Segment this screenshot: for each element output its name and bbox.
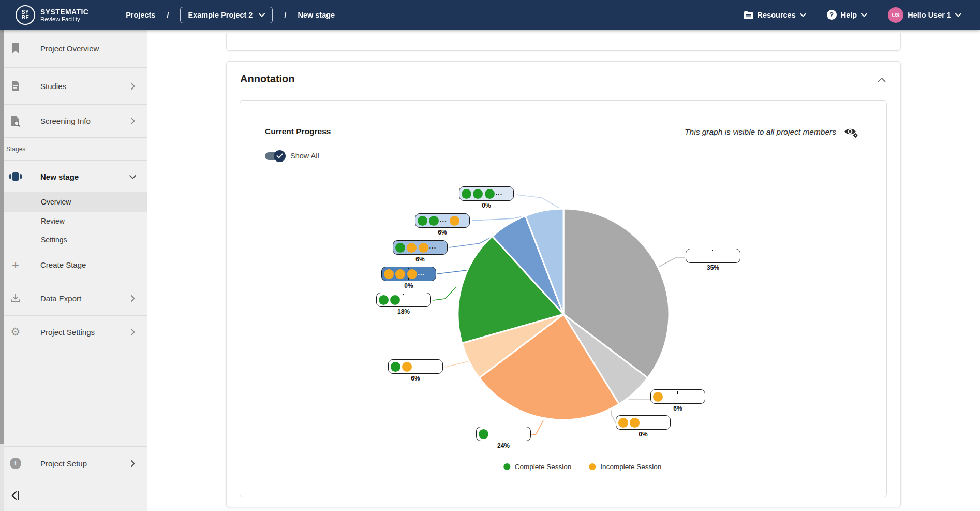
legend-label: Complete Session: [515, 463, 572, 471]
project-selector-dropdown[interactable]: Example Project 2: [180, 7, 273, 23]
download-icon: [9, 293, 22, 303]
slice-percent-label: 6%: [393, 256, 448, 263]
sidebar-item-label: Project Setup: [40, 459, 87, 468]
sidebar-subitem-overview[interactable]: Overview: [0, 192, 147, 212]
slice-percent-label: 6%: [415, 229, 470, 236]
incomplete-session-dot: [618, 418, 628, 428]
sidebar-item-studies[interactable]: Studies: [0, 68, 147, 104]
session-callout-medium-blue: ...: [393, 240, 448, 255]
more-sessions-ellipsis: ...: [418, 269, 425, 276]
sidebar-item-new-stage[interactable]: New stage: [0, 161, 147, 192]
incomplete-session-dot: [419, 243, 428, 253]
legend-dot: [589, 463, 596, 470]
complete-session-dot: [395, 243, 405, 253]
complete-session-dot: [429, 216, 439, 226]
sidebar-scrollbar-thumb[interactable]: [0, 30, 4, 444]
chevron-down-icon: [955, 13, 961, 17]
sidebar-item-label: Project Overview: [40, 44, 99, 53]
stage-columns-icon: [9, 172, 22, 181]
sidebar-item-data-export[interactable]: Data Export: [0, 281, 147, 315]
complete-session-dot: [462, 189, 471, 199]
complete-session-dot: [485, 189, 495, 199]
callout-divider-line: [503, 428, 503, 440]
breadcrumb-stage-label: New stage: [298, 11, 335, 19]
incomplete-session-dot: [407, 269, 417, 279]
pie-chart-svg: [240, 101, 887, 498]
slice-percent-label: 0%: [459, 202, 514, 209]
folder-icon: [744, 11, 753, 19]
sidebar-item-project-settings[interactable]: ⚙ Project Settings: [0, 316, 147, 348]
slice-percent-label: 18%: [376, 308, 431, 315]
more-sessions-ellipsis: ...: [429, 242, 437, 250]
legend-item: Incomplete Session: [589, 463, 661, 471]
callout-divider-line: [415, 361, 415, 372]
incomplete-session-dot: [450, 216, 459, 226]
current-progress-card: Current Progress This graph is visible t…: [240, 100, 887, 497]
stages-section-label: Stages: [0, 138, 147, 160]
annotation-header: Annotation: [227, 62, 900, 100]
logo-title: SYSTEMATIC: [40, 8, 88, 16]
chevron-right-icon: [130, 295, 135, 302]
projects-link[interactable]: Projects: [126, 11, 155, 19]
complete-session-dot: [391, 362, 400, 372]
leader-line-gray: [659, 257, 685, 267]
incomplete-session-dot: [407, 243, 417, 253]
app-logo[interactable]: SY RF SYSTEMATIC Review Facility: [16, 5, 88, 25]
sidebar-item-project-setup[interactable]: i Project Setup: [0, 447, 147, 480]
help-menu[interactable]: ? Help: [827, 10, 867, 20]
callout-divider-line: [677, 391, 678, 402]
complete-session-dot: [473, 189, 483, 199]
incomplete-session-dot: [384, 269, 394, 279]
complete-session-dot: [418, 216, 427, 226]
callout-divider-line: [403, 294, 404, 305]
sidebar-item-label: Create Stage: [40, 260, 86, 269]
sidebar: Project Overview Studies Screening Info …: [0, 30, 147, 511]
main-content: Annotation Current Progress This graph i…: [147, 30, 980, 511]
legend-dot: [503, 463, 510, 470]
incomplete-session-dot: [395, 269, 405, 279]
session-callout-lightest-blue: ...: [459, 186, 514, 201]
chevron-down-icon: [861, 13, 867, 17]
user-menu[interactable]: US Hello User 1: [888, 7, 961, 23]
resources-menu[interactable]: Resources: [744, 11, 806, 19]
resources-label: Resources: [758, 11, 796, 19]
info-icon: i: [9, 458, 22, 469]
chevron-right-icon: [130, 82, 135, 90]
sidebar-item-label: Studies: [40, 82, 66, 91]
leader-line-lightest-blue: [516, 195, 561, 209]
gear-icon: ⚙: [9, 326, 22, 338]
sidebar-scrollbar[interactable]: [0, 30, 4, 511]
legend-item: Complete Session: [503, 463, 572, 471]
session-callout-light-orange: [388, 359, 443, 374]
session-callout-orange: [476, 427, 531, 441]
slice-percent-label: 6%: [388, 375, 443, 382]
slice-percent-label: 0%: [616, 431, 671, 438]
document-icon: [9, 80, 22, 92]
sidebar-item-screening-info[interactable]: Screening Info: [0, 105, 147, 137]
user-greeting: Hello User 1: [908, 11, 951, 19]
complete-session-dot: [479, 429, 488, 439]
slice-percent-label: 35%: [686, 264, 740, 271]
session-callout-green: [376, 293, 431, 307]
logo-monogram-bottom: RF: [22, 15, 29, 20]
chevron-right-icon: [130, 328, 135, 336]
sidebar-item-project-overview[interactable]: Project Overview: [0, 30, 147, 67]
sidebar-item-create-stage[interactable]: + Create Stage: [0, 249, 147, 281]
user-avatar: US: [888, 7, 903, 23]
leader-line-light-orange: [445, 361, 471, 367]
chevron-down-icon: [130, 173, 135, 181]
annotation-section-card: Annotation Current Progress This graph i…: [226, 61, 901, 507]
session-callout-gray: [686, 249, 740, 263]
sidebar-subitem-review[interactable]: Review: [0, 212, 147, 230]
collapse-section-icon[interactable]: [878, 75, 886, 84]
more-sessions-ellipsis: ...: [496, 188, 503, 196]
chevron-down-icon: [259, 13, 265, 17]
leader-line-green: [433, 287, 456, 300]
breadcrumb-separator: /: [284, 11, 286, 19]
collapse-sidebar-icon[interactable]: [10, 490, 21, 501]
sidebar-collapse-row: [0, 480, 147, 511]
sidebar-subitem-settings[interactable]: Settings: [0, 230, 147, 249]
sidebar-item-label: Project Settings: [40, 328, 95, 337]
incomplete-session-dot: [402, 362, 412, 372]
slice-percent-label: 0%: [381, 282, 436, 289]
